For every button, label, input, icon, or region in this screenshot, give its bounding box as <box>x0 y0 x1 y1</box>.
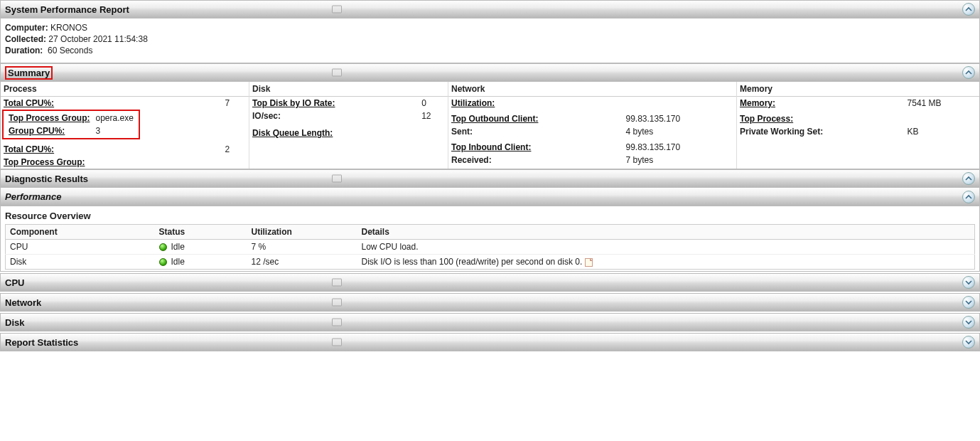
value-sent: 4 bytes <box>623 125 736 138</box>
label-total-cpu[interactable]: Total CPU%: <box>4 98 54 108</box>
label-total-cpu-2[interactable]: Total CPU%: <box>4 144 54 154</box>
label-sent: Sent: <box>451 127 473 137</box>
label-group-cpu[interactable]: Group CPU%: <box>9 126 65 136</box>
cpu-title: CPU <box>5 277 24 288</box>
header-meta-panel: Computer: KRONOS Collected: 27 October 2… <box>0 18 980 63</box>
value-received: 7 bytes <box>623 154 736 166</box>
chevron-up-icon <box>965 175 972 182</box>
collapse-button[interactable] <box>962 66 975 79</box>
header-system-performance[interactable]: System Performance Report <box>0 0 980 18</box>
table-row[interactable]: CPU Idle 7 % Low CPU load. <box>6 240 975 255</box>
value-top-outbound: 99.83.135.170 <box>623 112 736 125</box>
label-top-process[interactable]: Top Process: <box>740 114 793 124</box>
col-head-network: Network <box>448 82 736 97</box>
document-icon[interactable] <box>585 258 593 267</box>
summary-col-process: Process Total CPU%:7 Top Process Group:o… <box>1 82 249 169</box>
label-top-outbound[interactable]: Top Outbound Client: <box>451 114 538 124</box>
expand-button[interactable] <box>962 316 975 329</box>
calendar-icon <box>332 279 342 287</box>
value-private-working-set: KB <box>905 125 979 138</box>
label-top-process-group-2[interactable]: Top Process Group: <box>4 157 85 167</box>
cell-details: Disk I/O is less than 100 (read/write) p… <box>362 257 583 267</box>
calendar-icon <box>332 319 342 326</box>
chevron-down-icon <box>965 319 972 326</box>
report-statistics-title: Report Statistics <box>5 337 78 348</box>
collapse-button[interactable] <box>962 191 975 203</box>
header-cpu[interactable]: CPU <box>0 273 980 292</box>
calendar-icon <box>332 175 342 183</box>
status-led-icon <box>159 243 167 251</box>
disk-title: Disk <box>5 317 24 328</box>
summary-panel: Process Total CPU%:7 Top Process Group:o… <box>0 82 980 169</box>
col-head-memory: Memory <box>737 82 979 97</box>
calendar-icon <box>332 299 342 307</box>
meta-collected-value: 27 October 2021 11:54:38 <box>48 34 147 44</box>
network-title: Network <box>5 297 41 308</box>
meta-duration-label: Duration: <box>5 46 43 55</box>
chevron-up-icon <box>965 193 972 201</box>
summary-col-disk: Disk Top Disk by IO Rate:0 IO/sec:12 Dis… <box>249 82 448 169</box>
calendar-icon <box>332 69 342 77</box>
header-performance[interactable]: Performance <box>0 188 980 206</box>
expand-button[interactable] <box>962 336 975 349</box>
col-details: Details <box>357 225 975 240</box>
header-report-statistics[interactable]: Report Statistics <box>0 333 980 351</box>
col-utilization: Utilization <box>247 225 357 240</box>
label-io-sec: IO/sec: <box>252 111 281 121</box>
chevron-down-icon <box>965 339 972 346</box>
summary-title: Summary <box>8 68 50 78</box>
label-memory[interactable]: Memory: <box>740 98 775 108</box>
label-received: Received: <box>451 155 492 165</box>
status-led-icon <box>159 258 167 266</box>
header-network[interactable]: Network <box>0 293 980 312</box>
label-disk-queue[interactable]: Disk Queue Length: <box>252 128 333 138</box>
col-status: Status <box>155 225 247 240</box>
cell-utilization: 12 /sec <box>247 255 357 270</box>
chevron-down-icon <box>965 299 972 306</box>
collapse-button[interactable] <box>962 3 975 16</box>
highlight-process-group: Top Process Group:opera.exe Group CPU%:3 <box>2 110 140 139</box>
meta-duration-value: 60 Seconds <box>48 46 92 55</box>
resource-overview-panel: Resource Overview Component Status Utili… <box>0 206 980 272</box>
header-title: System Performance Report <box>5 4 129 15</box>
resource-table: Component Status Utilization Details CPU… <box>5 224 975 270</box>
calendar-icon <box>332 339 342 346</box>
label-top-disk-io[interactable]: Top Disk by IO Rate: <box>252 98 335 108</box>
calendar-icon <box>332 6 342 14</box>
col-head-disk: Disk <box>249 82 448 97</box>
col-component: Component <box>6 225 155 240</box>
value-total-cpu-2: 2 <box>222 143 249 156</box>
header-summary[interactable]: Summary <box>0 63 980 82</box>
chevron-up-icon <box>965 6 972 13</box>
expand-button[interactable] <box>962 276 975 289</box>
label-private-working-set: Private Working Set: <box>740 127 823 137</box>
label-top-inbound[interactable]: Top Inbound Client: <box>451 142 531 152</box>
cell-component: CPU <box>6 240 155 255</box>
diagnostic-title: Diagnostic Results <box>5 174 88 184</box>
cell-status: Idle <box>171 242 185 252</box>
cell-utilization: 7 % <box>247 240 357 255</box>
header-disk[interactable]: Disk <box>0 313 980 331</box>
cell-status: Idle <box>171 257 185 267</box>
resource-overview-title: Resource Overview <box>5 209 975 224</box>
value-top-disk-io: 0 <box>419 97 448 110</box>
meta-computer-label: Computer: <box>5 23 48 33</box>
label-top-process-group[interactable]: Top Process Group: <box>9 113 90 123</box>
performance-title: Performance <box>5 191 61 202</box>
header-diagnostic-results[interactable]: Diagnostic Results <box>0 169 980 188</box>
value-memory: 7541 MB <box>905 97 979 110</box>
value-total-cpu: 7 <box>222 97 249 110</box>
summary-col-network: Network Utilization: Top Outbound Client… <box>448 82 737 169</box>
chevron-up-icon <box>965 69 972 76</box>
meta-collected-label: Collected: <box>5 34 46 44</box>
value-top-process-group: opera.exe <box>92 112 136 124</box>
chevron-down-icon <box>965 279 972 286</box>
col-head-process: Process <box>1 82 249 97</box>
highlight-summary-title: Summary <box>5 66 53 80</box>
expand-button[interactable] <box>962 296 975 309</box>
meta-computer-value: KRONOS <box>50 23 87 33</box>
collapse-button[interactable] <box>962 172 975 185</box>
label-utilization[interactable]: Utilization: <box>451 98 495 108</box>
table-row[interactable]: Disk Idle 12 /sec Disk I/O is less than … <box>6 255 975 270</box>
cell-details: Low CPU load. <box>357 240 975 255</box>
